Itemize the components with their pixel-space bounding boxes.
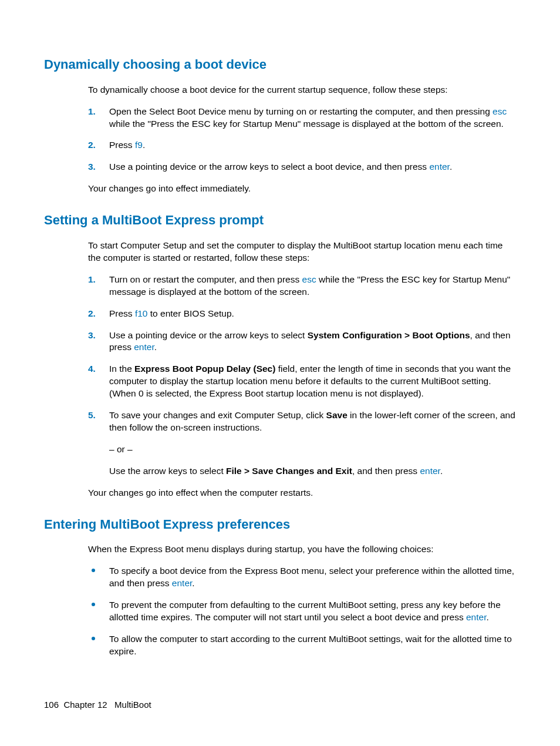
step-text: Turn on or restart the computer, and the… bbox=[109, 274, 302, 284]
alt-text: Use the arrow keys to select File > Save… bbox=[109, 465, 516, 478]
step-text: Use the arrow keys to select bbox=[109, 466, 226, 476]
step-text: Press bbox=[109, 140, 135, 150]
section-dynamic-boot: Dynamically choosing a boot device To dy… bbox=[44, 56, 516, 195]
key-enter: enter bbox=[134, 342, 154, 352]
step-number: 3. bbox=[88, 330, 96, 342]
step-text: In the bbox=[109, 364, 134, 374]
key-esc: esc bbox=[302, 274, 316, 284]
key-f10: f10 bbox=[135, 308, 148, 318]
bullet-item: To specify a boot device from the Expres… bbox=[88, 565, 516, 590]
heading-dynamic-boot: Dynamically choosing a boot device bbox=[44, 56, 516, 73]
bullet-text: To allow the computer to start according… bbox=[109, 634, 512, 656]
step-item: 3. Use a pointing device or the arrow ke… bbox=[88, 161, 516, 173]
bullet-text: . bbox=[192, 578, 194, 588]
key-esc: esc bbox=[492, 106, 507, 116]
step-number: 1. bbox=[88, 106, 96, 118]
step-text: Press bbox=[109, 308, 135, 318]
intro-text: To dynamically choose a boot device for … bbox=[88, 84, 516, 96]
outro-text: Your changes go into effect when the com… bbox=[88, 487, 516, 499]
key-enter: enter bbox=[172, 578, 192, 588]
step-item: 3. Use a pointing device or the arrow ke… bbox=[88, 330, 516, 354]
step-text: while the "Press the ESC key for Startup… bbox=[109, 119, 504, 129]
step-text: to enter BIOS Setup. bbox=[148, 308, 234, 318]
step-text: To save your changes and exit Computer S… bbox=[109, 410, 326, 420]
bullet-text: To prevent the computer from defaulting … bbox=[109, 600, 501, 622]
menu-path: System Configuration > Boot Options bbox=[308, 330, 470, 340]
step-item: 1. Open the Select Boot Device menu by t… bbox=[88, 106, 516, 130]
step-item: 4. In the Express Boot Popup Delay (Sec)… bbox=[88, 363, 516, 400]
heading-multiboot-prompt: Setting a MultiBoot Express prompt bbox=[44, 211, 516, 229]
document-page: Dynamically choosing a boot device To dy… bbox=[0, 0, 560, 746]
step-item: 2. Press f9. bbox=[88, 139, 516, 152]
step-number: 5. bbox=[88, 409, 96, 422]
key-enter: enter bbox=[466, 612, 486, 622]
chapter-title: MultiBoot bbox=[114, 700, 151, 710]
step-item: 5. To save your changes and exit Compute… bbox=[88, 409, 516, 478]
section-multiboot-prompt: Setting a MultiBoot Express prompt To st… bbox=[44, 211, 516, 499]
step-item: 2. Press f10 to enter BIOS Setup. bbox=[88, 308, 516, 320]
step-text: . bbox=[143, 140, 145, 150]
key-enter: enter bbox=[420, 466, 440, 476]
step-number: 2. bbox=[88, 139, 96, 152]
bullet-item: To prevent the computer from defaulting … bbox=[88, 599, 516, 624]
bullet-text: . bbox=[486, 612, 488, 622]
section-body: When the Express Boot menu displays duri… bbox=[88, 543, 516, 657]
page-footer: 106 Chapter 12 MultiBoot bbox=[44, 699, 151, 711]
bullet-text: To specify a boot device from the Expres… bbox=[109, 566, 514, 588]
step-text: . bbox=[440, 466, 443, 476]
heading-multiboot-prefs: Entering MultiBoot Express preferences bbox=[44, 516, 516, 533]
key-enter: enter bbox=[429, 162, 449, 172]
step-text: . bbox=[450, 162, 452, 172]
step-number: 4. bbox=[88, 363, 96, 375]
bullet-item: To allow the computer to start according… bbox=[88, 633, 516, 658]
page-number: 106 bbox=[44, 700, 59, 710]
alt-or: – or – bbox=[109, 443, 516, 456]
intro-text: To start Computer Setup and set the comp… bbox=[88, 240, 516, 264]
key-f9: f9 bbox=[135, 140, 143, 150]
chapter-label: Chapter 12 bbox=[63, 700, 107, 710]
button-name: Save bbox=[326, 410, 348, 420]
step-number: 2. bbox=[88, 308, 96, 320]
section-multiboot-prefs: Entering MultiBoot Express preferences W… bbox=[44, 516, 516, 658]
bullet-list: To specify a boot device from the Expres… bbox=[88, 565, 516, 658]
section-body: To start Computer Setup and set the comp… bbox=[88, 240, 516, 499]
step-text: Open the Select Boot Device menu by turn… bbox=[109, 106, 492, 116]
step-text: . bbox=[154, 342, 157, 352]
field-name: Express Boot Popup Delay (Sec) bbox=[134, 364, 275, 374]
outro-text: Your changes go into effect immediately. bbox=[88, 183, 516, 195]
intro-text: When the Express Boot menu displays duri… bbox=[88, 543, 516, 556]
step-number: 3. bbox=[88, 161, 96, 173]
menu-path: File > Save Changes and Exit bbox=[226, 466, 352, 476]
step-text: Use a pointing device or the arrow keys … bbox=[109, 330, 308, 340]
ordered-steps: 1. Turn on or restart the computer, and … bbox=[88, 274, 516, 478]
ordered-steps: 1. Open the Select Boot Device menu by t… bbox=[88, 106, 516, 174]
step-text: Use a pointing device or the arrow keys … bbox=[109, 162, 429, 172]
step-text: , and then press bbox=[352, 466, 420, 476]
section-body: To dynamically choose a boot device for … bbox=[88, 84, 516, 196]
step-item: 1. Turn on or restart the computer, and … bbox=[88, 274, 516, 298]
step-number: 1. bbox=[88, 274, 96, 286]
